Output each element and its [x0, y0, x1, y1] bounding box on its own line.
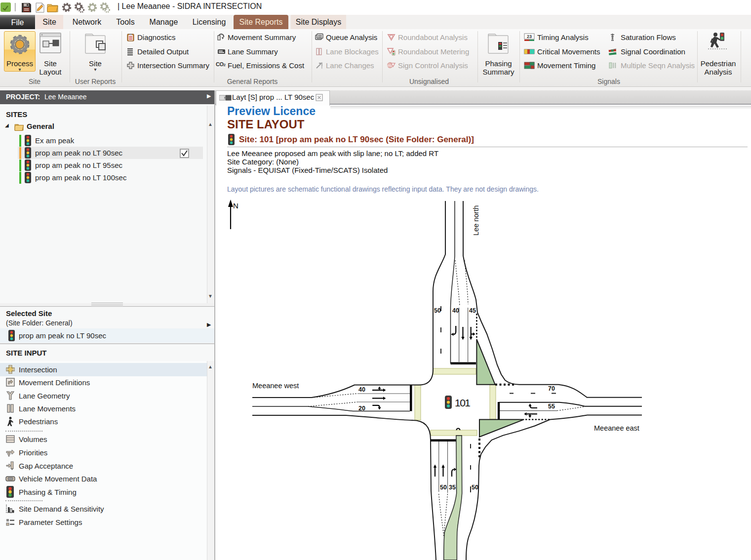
svg-text:50: 50: [472, 484, 478, 491]
svg-text:55: 55: [548, 403, 555, 410]
svg-text:N: N: [233, 201, 238, 210]
svg-text:23: 23: [527, 34, 532, 39]
svg-text:Meeanee west: Meeanee west: [252, 382, 299, 390]
svg-text:40: 40: [452, 307, 459, 314]
svg-text:50: 50: [440, 484, 447, 491]
svg-text:101: 101: [455, 397, 470, 408]
svg-text:20: 20: [358, 405, 365, 412]
svg-text:40: 40: [358, 386, 365, 393]
svg-text:Meeanee east: Meeanee east: [594, 424, 639, 432]
svg-text:50: 50: [434, 307, 441, 314]
svg-text:Lee north: Lee north: [472, 205, 480, 236]
svg-text:35: 35: [449, 484, 456, 491]
svg-text:70: 70: [548, 385, 555, 392]
svg-text:45: 45: [469, 307, 476, 314]
